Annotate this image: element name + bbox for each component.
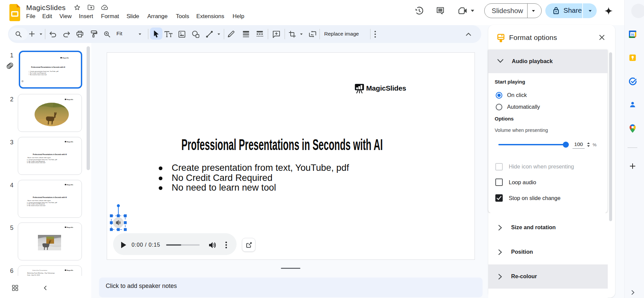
svg-text:MagicSlides: MagicSlides: [62, 57, 69, 59]
svg-text:MagicSlides: MagicSlides: [67, 227, 73, 228]
svg-text:MagicSlides: MagicSlides: [67, 99, 73, 100]
svg-text:MagicSlides: MagicSlides: [67, 269, 73, 271]
svg-text:MagicSlides: MagicSlides: [67, 141, 73, 143]
svg-text:31: 31: [631, 33, 635, 36]
svg-text:MagicSlides: MagicSlides: [67, 184, 73, 186]
